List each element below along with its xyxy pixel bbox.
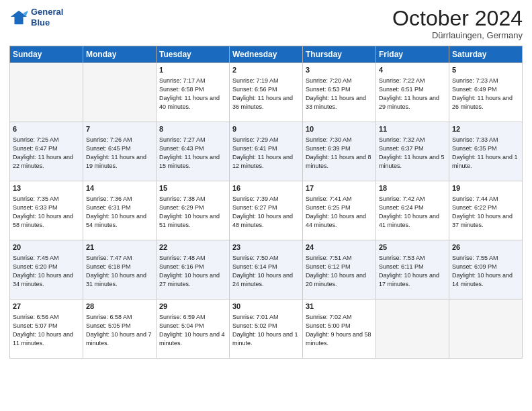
month-title: October 2024 (392, 7, 523, 30)
day-number: 30 (232, 302, 300, 312)
day-number: 3 (306, 65, 373, 75)
calendar-week-row: 6Sunrise: 7:25 AMSunset: 6:47 PMDaylight… (10, 122, 523, 181)
day-detail: Sunrise: 7:35 AMSunset: 6:33 PMDaylight:… (13, 195, 80, 230)
day-number: 16 (232, 183, 300, 193)
calendar-cell: 7Sunrise: 7:26 AMSunset: 6:45 PMDaylight… (83, 122, 157, 181)
calendar-cell: 2Sunrise: 7:19 AMSunset: 6:56 PMDaylight… (230, 63, 303, 122)
calendar-cell: 1Sunrise: 7:17 AMSunset: 6:58 PMDaylight… (157, 63, 230, 122)
day-detail: Sunrise: 7:50 AMSunset: 6:14 PMDaylight:… (232, 254, 300, 289)
calendar-cell: 17Sunrise: 7:41 AMSunset: 6:25 PMDayligh… (303, 181, 376, 240)
day-number: 21 (86, 242, 153, 253)
day-number: 25 (379, 242, 446, 253)
col-thursday: Thursday (303, 46, 376, 63)
logo-text: General Blue (31, 7, 63, 28)
day-detail: Sunrise: 7:42 AMSunset: 6:24 PMDaylight:… (379, 195, 446, 230)
calendar-cell: 3Sunrise: 7:20 AMSunset: 6:53 PMDaylight… (303, 63, 376, 122)
logo-icon (9, 8, 28, 27)
calendar-cell: 5Sunrise: 7:23 AMSunset: 6:49 PMDaylight… (449, 63, 523, 122)
calendar-cell: 12Sunrise: 7:33 AMSunset: 6:35 PMDayligh… (449, 122, 523, 181)
calendar-cell: 8Sunrise: 7:27 AMSunset: 6:43 PMDaylight… (157, 122, 230, 181)
day-detail: Sunrise: 7:48 AMSunset: 6:16 PMDaylight:… (159, 254, 226, 289)
day-number: 15 (159, 183, 226, 193)
day-number: 22 (159, 242, 226, 253)
day-detail: Sunrise: 7:25 AMSunset: 6:47 PMDaylight:… (13, 136, 80, 171)
calendar-cell: 13Sunrise: 7:35 AMSunset: 6:33 PMDayligh… (10, 181, 83, 240)
day-number: 17 (306, 183, 373, 193)
day-detail: Sunrise: 7:01 AMSunset: 5:02 PMDaylight:… (232, 313, 300, 348)
day-number: 4 (379, 65, 446, 75)
calendar-week-row: 20Sunrise: 7:45 AMSunset: 6:20 PMDayligh… (10, 240, 523, 300)
day-detail: Sunrise: 7:02 AMSunset: 5:00 PMDaylight:… (306, 313, 373, 348)
day-detail: Sunrise: 7:19 AMSunset: 6:56 PMDaylight:… (232, 77, 300, 111)
calendar-cell: 22Sunrise: 7:48 AMSunset: 6:16 PMDayligh… (157, 240, 230, 300)
day-detail: Sunrise: 7:30 AMSunset: 6:39 PMDaylight:… (306, 136, 373, 171)
day-detail: Sunrise: 6:58 AMSunset: 5:05 PMDaylight:… (86, 313, 153, 348)
day-detail: Sunrise: 7:20 AMSunset: 6:53 PMDaylight:… (306, 77, 373, 111)
day-number: 13 (13, 183, 80, 193)
calendar-cell: 29Sunrise: 6:59 AMSunset: 5:04 PMDayligh… (157, 300, 230, 359)
calendar-cell: 20Sunrise: 7:45 AMSunset: 6:20 PMDayligh… (10, 240, 83, 300)
calendar-cell: 28Sunrise: 6:58 AMSunset: 5:05 PMDayligh… (83, 300, 157, 359)
col-friday: Friday (376, 46, 449, 63)
calendar-cell: 11Sunrise: 7:32 AMSunset: 6:37 PMDayligh… (376, 122, 449, 181)
day-detail: Sunrise: 7:39 AMSunset: 6:27 PMDaylight:… (232, 195, 300, 230)
day-detail: Sunrise: 7:36 AMSunset: 6:31 PMDaylight:… (86, 195, 153, 230)
header: General Blue October 2024 Dürrlauingen, … (9, 7, 523, 40)
day-number: 10 (306, 124, 373, 134)
col-monday: Monday (83, 46, 157, 63)
calendar-cell: 9Sunrise: 7:29 AMSunset: 6:41 PMDaylight… (230, 122, 303, 181)
col-sunday: Sunday (10, 46, 83, 63)
calendar-cell: 15Sunrise: 7:38 AMSunset: 6:29 PMDayligh… (157, 181, 230, 240)
day-detail: Sunrise: 7:45 AMSunset: 6:20 PMDaylight:… (13, 254, 80, 289)
col-wednesday: Wednesday (230, 46, 303, 63)
day-number: 8 (159, 124, 226, 134)
day-number: 27 (13, 302, 80, 312)
day-detail: Sunrise: 7:51 AMSunset: 6:12 PMDaylight:… (306, 254, 373, 289)
calendar-week-row: 27Sunrise: 6:56 AMSunset: 5:07 PMDayligh… (10, 300, 523, 359)
calendar-cell: 26Sunrise: 7:55 AMSunset: 6:09 PMDayligh… (449, 240, 523, 300)
calendar-cell: 10Sunrise: 7:30 AMSunset: 6:39 PMDayligh… (303, 122, 376, 181)
col-saturday: Saturday (449, 46, 523, 63)
calendar-cell: 30Sunrise: 7:01 AMSunset: 5:02 PMDayligh… (230, 300, 303, 359)
day-number: 7 (86, 124, 153, 134)
day-number: 5 (452, 65, 519, 75)
calendar-table: Sunday Monday Tuesday Wednesday Thursday… (9, 46, 523, 359)
logo: General Blue (9, 7, 63, 28)
col-tuesday: Tuesday (157, 46, 230, 63)
day-detail: Sunrise: 7:55 AMSunset: 6:09 PMDaylight:… (452, 254, 519, 289)
day-number: 20 (13, 242, 80, 253)
day-detail: Sunrise: 7:27 AMSunset: 6:43 PMDaylight:… (159, 136, 226, 171)
day-detail: Sunrise: 7:44 AMSunset: 6:22 PMDaylight:… (452, 195, 519, 230)
calendar-cell: 31Sunrise: 7:02 AMSunset: 5:00 PMDayligh… (303, 300, 376, 359)
day-number: 9 (232, 124, 300, 134)
day-number: 31 (306, 302, 373, 312)
calendar-cell (376, 300, 449, 359)
day-number: 1 (159, 65, 226, 75)
day-detail: Sunrise: 7:32 AMSunset: 6:37 PMDaylight:… (379, 136, 446, 171)
calendar-cell: 16Sunrise: 7:39 AMSunset: 6:27 PMDayligh… (230, 181, 303, 240)
day-number: 11 (379, 124, 446, 134)
day-number: 2 (232, 65, 300, 75)
day-number: 6 (13, 124, 80, 134)
day-detail: Sunrise: 7:23 AMSunset: 6:49 PMDaylight:… (452, 77, 519, 111)
day-number: 19 (452, 183, 519, 193)
calendar-cell (10, 63, 83, 122)
day-number: 26 (452, 242, 519, 253)
day-detail: Sunrise: 7:17 AMSunset: 6:58 PMDaylight:… (159, 77, 226, 111)
header-row: Sunday Monday Tuesday Wednesday Thursday… (10, 46, 523, 63)
day-number: 18 (379, 183, 446, 193)
day-number: 29 (159, 302, 226, 312)
location: Dürrlauingen, Germany (392, 30, 523, 40)
day-detail: Sunrise: 7:38 AMSunset: 6:29 PMDaylight:… (159, 195, 226, 230)
calendar-cell: 4Sunrise: 7:22 AMSunset: 6:51 PMDaylight… (376, 63, 449, 122)
day-number: 23 (232, 242, 300, 253)
calendar-cell: 18Sunrise: 7:42 AMSunset: 6:24 PMDayligh… (376, 181, 449, 240)
title-block: October 2024 Dürrlauingen, Germany (392, 7, 523, 40)
day-detail: Sunrise: 6:56 AMSunset: 5:07 PMDaylight:… (13, 313, 80, 348)
day-number: 28 (86, 302, 153, 312)
day-number: 14 (86, 183, 153, 193)
day-detail: Sunrise: 7:26 AMSunset: 6:45 PMDaylight:… (86, 136, 153, 171)
calendar-cell: 21Sunrise: 7:47 AMSunset: 6:18 PMDayligh… (83, 240, 157, 300)
calendar-cell: 14Sunrise: 7:36 AMSunset: 6:31 PMDayligh… (83, 181, 157, 240)
day-detail: Sunrise: 7:33 AMSunset: 6:35 PMDaylight:… (452, 136, 519, 171)
